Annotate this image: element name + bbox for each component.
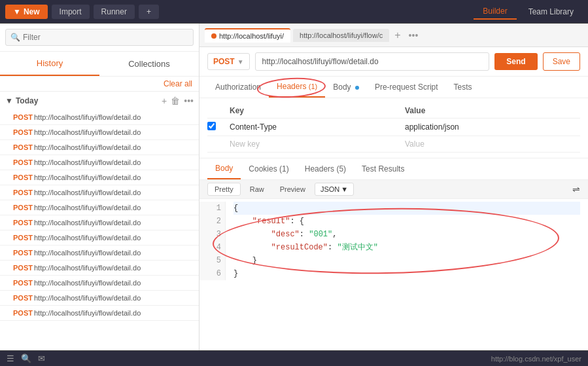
preview-button[interactable]: Preview (273, 183, 312, 195)
history-url: http://localhost/lifuyi/flow/detail.do (34, 189, 141, 196)
tab-authorization[interactable]: Authorization (207, 77, 269, 97)
top-nav-right: Builder Team Library (474, 4, 583, 20)
sidebar-clear-area: Clear all (0, 77, 199, 92)
code-area[interactable]: 1 2 3 4 5 6 { "result": { "desc": "001",… (199, 199, 588, 350)
tab-tests[interactable]: Tests (446, 77, 480, 97)
request-tabs-bar: http://localhost/lifuyi/ http://localhos… (199, 24, 588, 47)
runner-button[interactable]: Runner (94, 5, 135, 19)
request-tab-2[interactable]: http://localhost/lifuyi/flow/c (293, 29, 389, 42)
line-numbers: 1 2 3 4 5 6 (199, 202, 226, 280)
sidebar-tabs: History Collections (0, 52, 199, 77)
history-tab[interactable]: History (0, 52, 99, 76)
header-row-new: New key Value (207, 136, 580, 153)
history-item[interactable]: POSThttp://localhost/lifuyi/flow/detail.… (0, 261, 199, 276)
today-group-header: ▼ Today + 🗑 ••• (0, 92, 199, 110)
method-badge: POST (13, 158, 34, 166)
pretty-button[interactable]: Pretty (207, 183, 241, 196)
format-select[interactable]: JSON ▼ (315, 183, 354, 196)
today-label: Today (16, 96, 159, 105)
history-item[interactable]: POSThttp://localhost/lifuyi/flow/detail.… (0, 140, 199, 155)
tab-dot-1 (211, 33, 216, 39)
method-badge: POST (13, 189, 34, 196)
new-button[interactable]: ▼ New (5, 5, 48, 19)
history-url: http://localhost/lifuyi/flow/detail.do (34, 219, 141, 227)
response-tabs-bar: Body Cookies (1) Headers (5) Test Result… (199, 158, 588, 180)
header-value-new[interactable]: Value (405, 139, 580, 149)
history-item[interactable]: POSThttp://localhost/lifuyi/flow/detail.… (0, 276, 199, 291)
method-badge: POST (13, 219, 34, 227)
history-item[interactable]: POSThttp://localhost/lifuyi/flow/detail.… (0, 185, 199, 200)
history-item[interactable]: POSThttp://localhost/lifuyi/flow/detail.… (0, 306, 199, 321)
method-badge: POST (13, 113, 34, 121)
builder-tab[interactable]: Builder (474, 4, 516, 20)
resp-tab-body[interactable]: Body (207, 158, 241, 179)
filter-input[interactable] (5, 29, 194, 46)
clear-all-link[interactable]: Clear all (164, 79, 192, 88)
team-library-tab[interactable]: Team Library (519, 4, 583, 20)
tab-prerequest[interactable]: Pre-request Script (367, 77, 446, 97)
method-arrow-icon: ▼ (237, 58, 244, 65)
history-list: POSThttp://localhost/lifuyi/flow/detail.… (0, 110, 199, 321)
header-value-1: application/json (405, 122, 580, 132)
sidebar-toggle-icon[interactable]: ☰ (7, 354, 14, 363)
resp-tab-cookies[interactable]: Cookies (1) (241, 159, 296, 179)
more-icon[interactable]: ••• (184, 96, 194, 106)
method-badge: POST (13, 249, 34, 257)
plus-icon: ▼ (13, 7, 21, 16)
add-tab-button[interactable]: + (139, 5, 159, 19)
tab-headers[interactable]: Headers (1) (269, 77, 325, 98)
history-url: http://localhost/lifuyi/flow/detail.do (34, 158, 141, 166)
method-badge: POST (13, 143, 34, 151)
history-url: http://localhost/lifuyi/flow/detail.do (34, 143, 141, 151)
send-button[interactable]: Send (494, 53, 537, 70)
import-button[interactable]: Import (52, 5, 90, 19)
header-check-1[interactable] (207, 122, 216, 130)
resp-tab-test-results[interactable]: Test Results (354, 159, 412, 179)
history-item[interactable]: POSThttp://localhost/lifuyi/flow/detail.… (0, 291, 199, 306)
trash-icon[interactable]: 🗑 (171, 96, 180, 106)
history-item[interactable]: POSThttp://localhost/lifuyi/flow/detail.… (0, 110, 199, 125)
collections-tab[interactable]: Collections (99, 52, 199, 76)
raw-button[interactable]: Raw (243, 183, 271, 195)
history-item[interactable]: POSThttp://localhost/lifuyi/flow/detail.… (0, 125, 199, 140)
header-key-1: Content-Type (227, 122, 405, 132)
header-key-new[interactable]: New key (227, 139, 405, 149)
bottom-url: http://blog.csdn.net/xpf_user (491, 355, 581, 363)
method-select[interactable]: POST ▼ (207, 53, 250, 70)
resp-tab-headers[interactable]: Headers (5) (297, 159, 354, 179)
save-button[interactable]: Save (543, 52, 580, 71)
history-url: http://localhost/lifuyi/flow/detail.do (34, 204, 141, 211)
history-item[interactable]: POSThttp://localhost/lifuyi/flow/detail.… (0, 230, 199, 246)
method-badge: POST (13, 128, 34, 136)
right-panel: http://localhost/lifuyi/ http://localhos… (199, 24, 588, 350)
tab-label-1: http://localhost/lifuyi/ (219, 32, 284, 40)
method-badge: POST (13, 234, 34, 242)
method-label: POST (213, 57, 235, 66)
mail-icon[interactable]: ✉ (38, 354, 45, 363)
url-input[interactable] (255, 52, 490, 71)
method-badge: POST (13, 174, 34, 181)
more-tabs-icon[interactable]: ••• (406, 30, 421, 41)
history-item[interactable]: POSThttp://localhost/lifuyi/flow/detail.… (0, 170, 199, 185)
history-url: http://localhost/lifuyi/flow/detail.do (34, 309, 141, 317)
chevron-down-icon: ▼ (5, 96, 13, 105)
history-item[interactable]: POSThttp://localhost/lifuyi/flow/detail.… (0, 200, 199, 215)
history-item[interactable]: POSThttp://localhost/lifuyi/flow/detail.… (0, 246, 199, 261)
method-badge: POST (13, 204, 34, 211)
url-bar: POST ▼ Send Save (199, 47, 588, 77)
method-badge: POST (13, 294, 34, 302)
history-url: http://localhost/lifuyi/flow/detail.do (34, 294, 141, 302)
add-icon[interactable]: + (162, 96, 167, 106)
add-tab-icon[interactable]: + (392, 29, 403, 41)
search-bottom-icon[interactable]: 🔍 (21, 354, 31, 363)
new-label: New (24, 7, 40, 16)
request-tab-1[interactable]: http://localhost/lifuyi/ (205, 28, 290, 43)
group-actions: + 🗑 ••• (162, 96, 194, 106)
code-lines: { "result": { "desc": "001", "resultCode… (226, 202, 588, 280)
history-item[interactable]: POSThttp://localhost/lifuyi/flow/detail.… (0, 155, 199, 170)
col-key-header: Key (227, 106, 405, 115)
wrap-button[interactable]: ⇌ (572, 184, 580, 194)
sidebar: 🔍 History Collections Clear all ▼ Today … (0, 24, 199, 350)
tab-body[interactable]: Body (325, 77, 367, 97)
history-item[interactable]: POSThttp://localhost/lifuyi/flow/detail.… (0, 215, 199, 230)
